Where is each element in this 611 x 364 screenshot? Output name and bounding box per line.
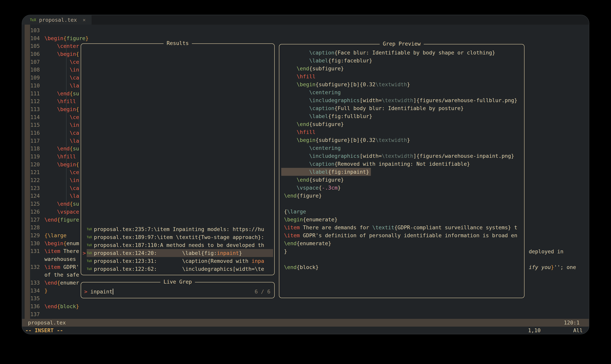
code-segment: }	[407, 137, 410, 143]
code-segment: {GDPR-compliant surveillance systems} t	[394, 224, 517, 231]
code-segment	[284, 185, 297, 191]
code-fragment: deployed in	[529, 247, 563, 255]
preview-line: \hfill	[284, 73, 316, 80]
line-number: 131	[22, 247, 40, 255]
code-segment	[44, 177, 70, 183]
tex-file-icon: TᴇX	[87, 265, 94, 273]
result-row[interactable]: TᴇXproposal.tex:189:97:\item \textit{Two…	[87, 233, 273, 241]
code-line[interactable]: 103	[22, 26, 589, 35]
code-segment: {	[63, 35, 67, 41]
preview-line: \begin{enumerate}	[284, 216, 338, 223]
line-number: 103	[22, 26, 40, 35]
preview-line-highlighted: \label{fig:inpaint}	[281, 168, 371, 176]
preview-line: \end{block}	[284, 263, 319, 271]
preview-line: \includegraphics[width=\textwidth]{figur…	[284, 152, 514, 160]
code-segment: {enumerate}	[297, 240, 331, 246]
code-segment: \item	[284, 232, 300, 238]
result-row[interactable]: TᴇXproposal.tex:124:20: \label{fig:inpai…	[87, 249, 273, 257]
code-segment: -.3cm	[322, 185, 338, 191]
code-segment: \end	[57, 201, 70, 207]
code-segment	[284, 129, 297, 135]
code-segment	[44, 106, 57, 112]
code-segment	[44, 138, 70, 144]
preview-line: }	[284, 247, 287, 255]
code-segment: \item	[284, 224, 300, 231]
code-segment: ify you	[529, 264, 551, 270]
code-line[interactable]: 137	[22, 311, 589, 318]
code-segment: \in	[70, 177, 79, 183]
code-segment: There	[60, 248, 79, 254]
code-segment: \includegraphics	[309, 97, 360, 103]
statusline-position: 120:1	[564, 319, 580, 326]
code-segment: {fig:faceblur}	[328, 58, 372, 64]
code-segment: \large	[48, 232, 67, 238]
close-icon[interactable]: ✕	[83, 17, 85, 23]
tab-label: proposal.tex	[39, 17, 77, 23]
code-segment: \ca	[70, 185, 79, 191]
code-segment	[44, 59, 70, 65]
code-segment	[44, 83, 70, 89]
code-segment: \includegraphics	[309, 153, 360, 159]
line-number: 130	[22, 240, 40, 247]
code-segment	[44, 122, 70, 128]
code-segment	[284, 50, 309, 56]
scroll-indicator: All	[573, 326, 583, 334]
code-segment: {Full body blur: Identifiable by posture…	[334, 105, 463, 111]
code-segment	[44, 154, 57, 159]
code-segment: \textit	[372, 224, 394, 231]
preview-line: \end{subfigure}	[284, 176, 344, 184]
code-segment	[284, 137, 297, 143]
code-segment: {	[70, 145, 73, 152]
live-grep-input[interactable]: inpaint	[90, 288, 113, 296]
code-segment: \ce	[70, 59, 79, 65]
preview-line: \end{figure}	[284, 192, 322, 200]
tab-proposal-tex[interactable]: TᴇX proposal.tex ✕	[22, 15, 92, 25]
code-segment: {	[284, 208, 287, 215]
line-number: 105	[22, 42, 40, 50]
line-number: 134	[22, 287, 40, 295]
prompt-marker-icon: >	[84, 288, 87, 296]
line-number: 114	[22, 113, 40, 121]
code-segment: {figure}	[297, 193, 322, 199]
code-segment: \hfill	[297, 129, 316, 135]
code-segment: \end	[284, 240, 297, 246]
preview-line: \centering	[284, 88, 341, 96]
code-segment: \vspace	[57, 209, 79, 215]
code-segment: \caption	[309, 50, 334, 56]
code-segment: {enumerate}	[303, 217, 338, 222]
line-number: 117	[22, 137, 40, 145]
code-segment: }	[239, 249, 242, 257]
code-segment: \ce	[70, 169, 79, 175]
code-segment: \caption	[309, 105, 334, 111]
line-number: 119	[22, 153, 40, 161]
code-segment: {subfigure}	[309, 121, 344, 127]
result-row[interactable]: TᴇXproposal.tex:123:31: \caption{Removed…	[87, 257, 273, 265]
result-row[interactable]: TᴇXproposal.tex:235:7:\item Inpainting m…	[87, 225, 273, 233]
preview-line: \centering	[284, 144, 341, 152]
code-line[interactable]: 104\begin{figure}	[22, 35, 589, 42]
result-row[interactable]: TᴇXproposal.tex:187:110:A method needs t…	[87, 241, 273, 249]
preview-line: \caption{Full body blur: Identifiable by…	[284, 104, 464, 112]
line-number: 125	[22, 200, 40, 208]
code-line[interactable]: 136\end{block}	[22, 303, 589, 311]
line-number: 123	[22, 184, 40, 192]
line-number: 108	[22, 66, 40, 74]
code-segment: \centering	[309, 145, 341, 151]
line-number: 127	[22, 216, 40, 224]
code-segment: {Removed with inpainting: Not identifiab…	[334, 161, 470, 167]
code-segment: \begin	[284, 217, 303, 222]
code-segment: \item	[44, 264, 60, 270]
code-segment: \textwidth	[375, 137, 407, 143]
preview-line: {\large	[284, 208, 306, 216]
code-segment: \ce	[70, 114, 79, 120]
preview-line: \label{fig:fullblur}	[284, 112, 372, 120]
result-row[interactable]: TᴇXproposal.tex:122:62: \includegraphics…	[87, 265, 273, 273]
code-segment	[284, 161, 309, 167]
code-segment	[284, 73, 297, 79]
code-segment: figure	[67, 35, 85, 41]
preview-line: \vspace{-.3cm}	[284, 184, 341, 192]
preview-line: \begin{subfigure}[b]{0.32\textwidth}	[284, 136, 410, 144]
code-segment: \end	[284, 193, 297, 199]
code-segment: \begin	[297, 81, 316, 87]
code-segment	[44, 98, 57, 104]
